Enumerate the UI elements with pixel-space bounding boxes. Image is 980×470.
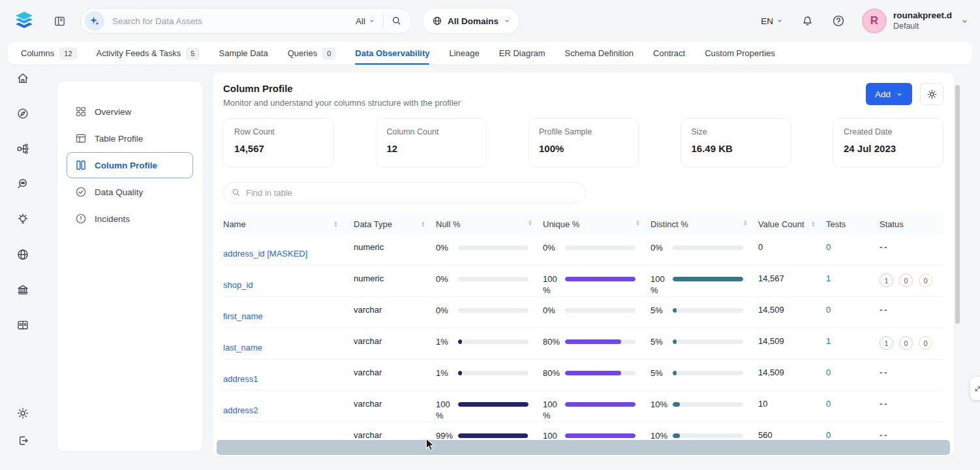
tab-columns[interactable]: Columns12	[21, 42, 77, 65]
side-menu-item-incidents[interactable]: Incidents	[67, 206, 193, 232]
column-profile-icon	[75, 159, 87, 171]
tests-count-link[interactable]: 0	[826, 399, 831, 409]
progress-bar	[673, 245, 743, 250]
sort-icon[interactable]: ▲▼	[528, 219, 532, 227]
column-name-link[interactable]: address1	[223, 374, 258, 384]
find-in-table-input[interactable]	[246, 188, 577, 198]
explore-icon[interactable]	[16, 106, 30, 121]
sort-icon[interactable]: ▲▼	[811, 221, 816, 228]
col-header-data-type[interactable]: Data Type▲▼	[354, 219, 436, 229]
side-menu-item-column-profile[interactable]: Column Profile	[67, 152, 193, 178]
col-header-null[interactable]: Null %▲▼	[436, 219, 543, 229]
test-status-badge-aborted: 0	[919, 336, 932, 350]
sort-icon[interactable]: ▲▼	[635, 219, 640, 227]
test-status-badge-failed: 0	[899, 274, 913, 287]
table-row: address2varchar100 %100 %10%100--	[223, 391, 943, 422]
settings-icon[interactable]	[16, 406, 30, 420]
column-name-link[interactable]: first_name	[223, 311, 263, 321]
tests-count-link[interactable]: 0	[826, 368, 831, 377]
percent-value: 0%	[436, 305, 458, 316]
tab-label: Activity Feeds & Tasks	[97, 48, 181, 58]
tab-schema-definition[interactable]: Schema Definition	[565, 42, 634, 65]
tests-count-link[interactable]: 0	[826, 430, 831, 440]
logout-icon[interactable]	[16, 433, 30, 448]
vertical-scrollbar[interactable]	[955, 85, 960, 324]
home-icon[interactable]	[16, 71, 30, 86]
tab-er-diagram[interactable]: ER Diagram	[499, 42, 545, 65]
side-menu-item-overview[interactable]: Overview	[67, 99, 193, 125]
user-avatar[interactable]: R	[862, 8, 887, 33]
side-menu-item-data-quality[interactable]: Data Quality	[67, 179, 193, 205]
govern-icon[interactable]	[16, 283, 30, 297]
tab-lineage[interactable]: Lineage	[449, 42, 479, 65]
col-header-unique[interactable]: Unique %▲▼	[543, 219, 651, 229]
divider	[383, 14, 384, 27]
tab-activity-feeds-tasks[interactable]: Activity Feeds & Tasks5	[97, 42, 200, 65]
settings-gear-button[interactable]	[920, 83, 943, 105]
tab-contract[interactable]: Contract	[653, 42, 685, 65]
horizontal-scrollbar[interactable]	[217, 440, 950, 455]
tab-data-observability[interactable]: Data Observability	[355, 42, 429, 65]
chevron-down-icon	[369, 18, 375, 24]
column-name-link[interactable]: address2	[223, 405, 258, 415]
tab-sample-data[interactable]: Sample Data	[219, 42, 268, 65]
search-input[interactable]	[112, 16, 356, 26]
tab-queries[interactable]: Queries0	[288, 42, 336, 65]
side-menu-label: Table Profile	[95, 134, 143, 144]
col-header-label: Distinct %	[651, 219, 688, 229]
tests-count-link[interactable]: 1	[826, 274, 831, 283]
data-assets-icon[interactable]	[16, 142, 30, 156]
sort-icon[interactable]: ▲▼	[421, 221, 425, 228]
search-scope-dropdown[interactable]: All	[356, 16, 375, 26]
page-subtitle: Monitor and understand your columns stru…	[223, 98, 461, 108]
observability-icon[interactable]	[16, 177, 30, 191]
test-status-badge-success: 1	[880, 336, 893, 350]
percent-value: 100 %	[436, 399, 458, 421]
tab-label: Schema Definition	[565, 48, 634, 58]
side-menu-item-table-profile[interactable]: Table Profile	[67, 125, 193, 151]
col-header-distinct[interactable]: Distinct %▲▼	[651, 219, 758, 229]
column-name-link[interactable]: address_id [MASKED]	[223, 249, 307, 258]
user-menu[interactable]: rounakpreet.d Default	[893, 10, 952, 32]
sort-icon[interactable]: ▲▼	[333, 221, 338, 228]
app-logo[interactable]	[10, 8, 38, 34]
search-icon[interactable]	[391, 16, 402, 26]
add-button[interactable]: Add	[866, 83, 912, 105]
stat-card-row-count: Row Count14,567	[223, 118, 334, 168]
status-cell: --	[880, 368, 943, 377]
language-dropdown[interactable]: EN	[761, 16, 783, 26]
ai-sparkle-icon[interactable]	[85, 11, 104, 31]
tests-count-link[interactable]: 1	[826, 336, 831, 346]
all-domains-button[interactable]: All Domains	[422, 8, 520, 34]
sort-icon[interactable]: ▲▼	[743, 219, 748, 227]
tab-label: Queries	[288, 48, 318, 58]
glossary-icon[interactable]	[16, 318, 30, 332]
col-header-label: Null %	[436, 219, 461, 229]
status-empty: --	[880, 430, 889, 440]
progress-bar	[673, 402, 743, 407]
help-icon[interactable]	[832, 14, 845, 27]
search-icon	[232, 188, 241, 197]
user-menu-chevron-icon[interactable]	[961, 18, 968, 25]
panel-collapse-button[interactable]	[970, 377, 980, 400]
globe-icon	[432, 16, 442, 26]
column-name-link[interactable]: shop_id	[223, 280, 253, 290]
tab-count-badge: 0	[322, 48, 335, 59]
tests-count-link[interactable]: 0	[826, 242, 831, 252]
sidebar-toggle-icon[interactable]	[54, 15, 66, 27]
percent-value: 80%	[543, 336, 565, 347]
status-cell: 100	[880, 336, 943, 350]
icon-rail	[0, 65, 46, 470]
status-cell: --	[880, 305, 943, 315]
insights-icon[interactable]	[16, 212, 30, 227]
col-header-value-count[interactable]: Value Count▲▼	[758, 219, 826, 229]
percent-value: 0%	[651, 242, 673, 253]
progress-bar	[458, 277, 528, 281]
notifications-bell-icon[interactable]	[801, 15, 814, 27]
domains-icon[interactable]	[16, 247, 30, 262]
col-header-name[interactable]: Name▲▼	[223, 219, 354, 229]
column-name-link[interactable]: last_name	[223, 343, 262, 352]
tab-custom-properties[interactable]: Custom Properties	[705, 42, 775, 65]
progress-bar	[565, 245, 635, 250]
tests-count-link[interactable]: 0	[826, 305, 831, 315]
